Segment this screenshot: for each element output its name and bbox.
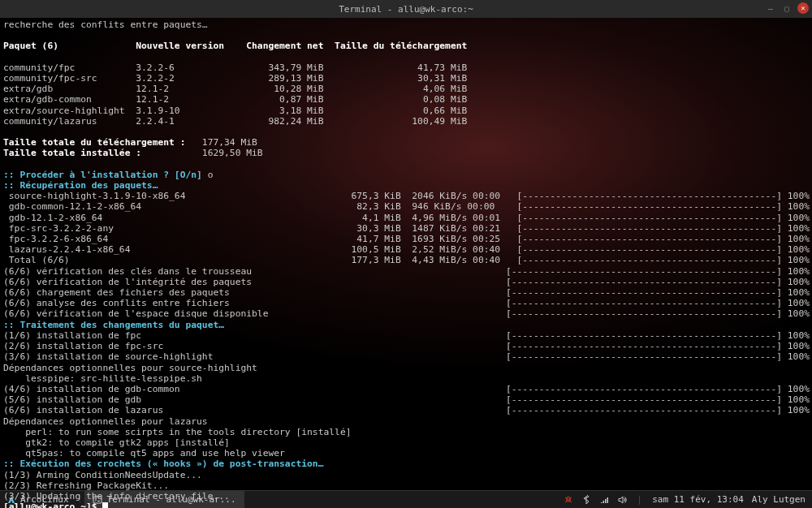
close-button[interactable]: × <box>797 2 809 14</box>
terminal-output[interactable]: recherche des conflits entre paquets… Pa… <box>0 18 812 508</box>
window-title: Terminal - allu@wk-arco:~ <box>339 4 473 15</box>
maximize-button[interactable]: ▢ <box>781 2 793 14</box>
minimize-button[interactable]: — <box>765 2 776 14</box>
window-titlebar: Terminal - allu@wk-arco:~ — ▢ × <box>0 0 812 18</box>
